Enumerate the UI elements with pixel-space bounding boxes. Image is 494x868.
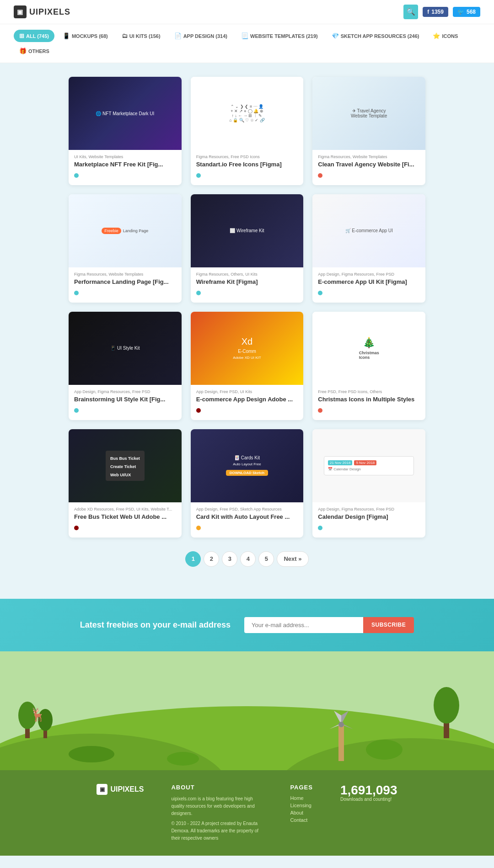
newsletter-email-input[interactable] bbox=[244, 617, 363, 633]
nav-item-icons[interactable]: ⭐ ICONS bbox=[427, 30, 463, 42]
card-title-9: Christmas Icons in Multiple Styles bbox=[318, 396, 420, 404]
footer-logo-text: UIPIXELS bbox=[110, 785, 144, 793]
footer-about-title: ABOUT bbox=[171, 784, 263, 791]
card-9[interactable]: 🎄ChristmasIcons Free PSD, Free PSD Icons… bbox=[312, 312, 425, 420]
card-thumbnail-3: ✈ Travel AgencyWebsite Template bbox=[312, 77, 425, 150]
card-body-11: App Design, Free PSD, Sketch App Resourc… bbox=[191, 502, 304, 538]
nav-label-uikits: UI KITS (156) bbox=[129, 33, 161, 39]
card-tags-2: Figma Resources, Free PSD Icons bbox=[196, 154, 298, 159]
svg-point-17 bbox=[69, 746, 114, 762]
header-right: 🔍 f 1359 🐦 568 bbox=[403, 5, 480, 19]
card-title-6: E-commerce App UI Kit [Figma] bbox=[318, 278, 420, 286]
newsletter-title: Latest freebies on your e-mail address bbox=[80, 620, 231, 630]
nav-icon-sketch: 💎 bbox=[332, 32, 339, 39]
twitter-count: 568 bbox=[467, 9, 476, 15]
deer-icon: 🦌 bbox=[30, 707, 46, 722]
nav-label-others: OTHERS bbox=[28, 48, 49, 54]
card-body-6: App Design, Figma Resources, Free PSD E-… bbox=[312, 267, 425, 303]
nav-label-website: WEBSITE TEMPLATES (219) bbox=[250, 33, 318, 39]
newsletter-subscribe-button[interactable]: SUBSCRIBE bbox=[363, 617, 414, 633]
nav-item-website[interactable]: 📃 WEBSITE TEMPLATES (219) bbox=[236, 30, 323, 42]
card-body-10: Adobe XD Resources, Free PSD, UI Kits, W… bbox=[69, 502, 182, 538]
card-12[interactable]: 21 Nov 20185 Nov 2018📅 Calendar Design A… bbox=[312, 429, 425, 538]
footer-about-text: uipixels.com is a blog featuring free hi… bbox=[171, 795, 263, 817]
svg-point-15 bbox=[338, 722, 344, 727]
card-7[interactable]: 📱 UI Style Kit App Design, Figma Resourc… bbox=[69, 312, 182, 420]
nav-icon-appdesign: 📄 bbox=[174, 32, 182, 39]
card-10[interactable]: Bus Bus TicketCreate TicketWeb UI/UX Ado… bbox=[69, 429, 182, 538]
card-body-9: Free PSD, Free PSD Icons, Others Christm… bbox=[312, 385, 425, 420]
svg-rect-10 bbox=[338, 724, 344, 761]
card-tags-5: Figma Resources, Others, UI Kits bbox=[196, 272, 298, 277]
header: ▣ UIPIXELS 🔍 f 1359 🐦 568 bbox=[0, 0, 494, 24]
page-button-3[interactable]: 3 bbox=[222, 551, 237, 567]
card-11[interactable]: 🃏 Cards KitAuto Layout FreeDOWNLOAD Sket… bbox=[191, 429, 304, 538]
card-dot-8 bbox=[196, 408, 201, 413]
card-tags-9: Free PSD, Free PSD Icons, Others bbox=[318, 389, 420, 394]
card-2[interactable]: ⌃ ⌄ ❯ ❮ ≡ ⋯ 👤+ ✕ ↗ ⋄ ◯ 🔔 ⊕↑ ↓ ← → ⊞ ⋮ ✎⌂… bbox=[191, 77, 304, 185]
page-button-5[interactable]: 5 bbox=[258, 551, 274, 567]
card-tags-8: App Design, Free PSD, UI Kits bbox=[196, 389, 298, 394]
footer-link-contact[interactable]: Contact bbox=[290, 817, 313, 823]
logo-text: UIPIXELS bbox=[29, 7, 70, 17]
page-button-2[interactable]: 2 bbox=[204, 551, 219, 567]
footer-link-home[interactable]: Home bbox=[290, 795, 313, 801]
card-body-1: UI Kits, Website Templates Marketplace N… bbox=[69, 150, 182, 185]
svg-point-16 bbox=[366, 740, 403, 760]
footer-about-col: ABOUT uipixels.com is a blog featuring f… bbox=[171, 784, 263, 842]
card-title-3: Clean Travel Agency Website [Fi... bbox=[318, 161, 420, 169]
card-3[interactable]: ✈ Travel AgencyWebsite Template Figma Re… bbox=[312, 77, 425, 185]
nav-item-mockups[interactable]: 📱 MOCKUPS (68) bbox=[57, 30, 113, 42]
nav-item-sketch[interactable]: 💎 SKETCH APP RESOURCES (246) bbox=[326, 30, 425, 42]
footer-link-about[interactable]: About bbox=[290, 810, 313, 815]
card-body-5: Figma Resources, Others, UI Kits Wirefra… bbox=[191, 267, 304, 303]
footer-downloads-label: Downloads and counting! bbox=[340, 797, 397, 802]
page-button-4[interactable]: 4 bbox=[240, 551, 256, 567]
footer-link-licensing[interactable]: Licensing bbox=[290, 803, 313, 808]
card-thumbnail-10: Bus Bus TicketCreate TicketWeb UI/UX bbox=[69, 429, 182, 502]
card-title-4: Performance Landing Page [Fig... bbox=[74, 278, 176, 286]
search-button[interactable]: 🔍 bbox=[403, 5, 418, 19]
footer-copyright: © 2010 - 2022 A project created by Enaut… bbox=[171, 820, 263, 842]
page-next-button[interactable]: Next » bbox=[277, 551, 308, 567]
svg-point-18 bbox=[167, 752, 199, 766]
card-tags-3: Figma Resources, Website Templates bbox=[318, 154, 420, 159]
nav-item-others[interactable]: 🎁 OTHERS bbox=[14, 45, 55, 57]
page-button-1[interactable]: 1 bbox=[185, 551, 201, 567]
card-4[interactable]: FreebieLanding Page Figma Resources, Web… bbox=[69, 194, 182, 303]
nav-label-icons: ICONS bbox=[442, 33, 458, 39]
footer-links: ▣ UIPIXELS ABOUT uipixels.com is a blog … bbox=[0, 770, 494, 856]
newsletter-form: SUBSCRIBE bbox=[244, 617, 414, 633]
nav-item-appdesign[interactable]: 📄 APP DESIGN (314) bbox=[169, 30, 233, 42]
newsletter-section: Latest freebies on your e-mail address S… bbox=[0, 599, 494, 651]
card-1[interactable]: 🌐 NFT Marketplace Dark UI UI Kits, Websi… bbox=[69, 77, 182, 185]
card-title-2: Standart.io Free Icons [Figma] bbox=[196, 161, 298, 169]
nav-label-all: ALL (745) bbox=[26, 33, 49, 39]
card-title-12: Calendar Design [Figma] bbox=[318, 513, 420, 521]
nav-item-uikits[interactable]: 🗂 UI KITS (156) bbox=[116, 30, 166, 42]
facebook-badge[interactable]: f 1359 bbox=[423, 7, 448, 17]
card-6[interactable]: 🛒 E-commerce App UI App Design, Figma Re… bbox=[312, 194, 425, 303]
card-8[interactable]: XdE-CommAdobe XD UI KIT App Design, Free… bbox=[191, 312, 304, 420]
card-body-7: App Design, Figma Resources, Free PSD Br… bbox=[69, 385, 182, 420]
card-dot-3 bbox=[318, 173, 322, 178]
card-thumbnail-1: 🌐 NFT Marketplace Dark UI bbox=[69, 77, 182, 150]
card-thumbnail-11: 🃏 Cards KitAuto Layout FreeDOWNLOAD Sket… bbox=[191, 429, 304, 502]
card-body-12: App Design, Figma Resources, Free PSD Ca… bbox=[312, 502, 425, 538]
logo-icon: ▣ bbox=[14, 5, 27, 18]
facebook-count: 1359 bbox=[431, 9, 444, 15]
footer-logo[interactable]: ▣ UIPIXELS bbox=[97, 784, 144, 795]
nav-item-all[interactable]: ⊞ ALL (745) bbox=[14, 30, 54, 42]
logo[interactable]: ▣ UIPIXELS bbox=[14, 5, 70, 18]
card-5[interactable]: ⬜ Wireframe Kit Figma Resources, Others,… bbox=[191, 194, 304, 303]
card-tags-11: App Design, Free PSD, Sketch App Resourc… bbox=[196, 507, 298, 511]
twitter-badge[interactable]: 🐦 568 bbox=[453, 7, 480, 17]
nav-icon-icons: ⭐ bbox=[433, 32, 440, 39]
card-dot-7 bbox=[74, 408, 79, 413]
footer-pages-col: PAGES Home Licensing About Contact bbox=[290, 784, 313, 825]
card-dot-2 bbox=[196, 173, 201, 178]
nav-icon-others: 🎁 bbox=[19, 48, 27, 54]
card-thumbnail-12: 21 Nov 20185 Nov 2018📅 Calendar Design bbox=[312, 429, 425, 502]
nav-icon-website: 📃 bbox=[241, 32, 248, 39]
card-dot-1 bbox=[74, 173, 79, 178]
